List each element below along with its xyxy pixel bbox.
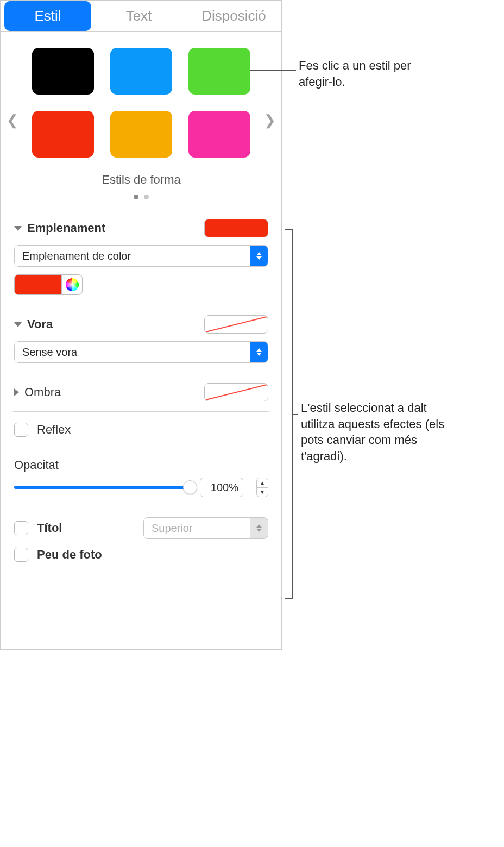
border-type-label: Sense vora (15, 346, 250, 359)
gallery-prev-arrow[interactable]: ❮ (7, 112, 18, 129)
shadow-section: Ombra (1, 373, 281, 411)
stepper-down-icon[interactable]: ▼ (257, 488, 268, 497)
opacity-stepper[interactable]: ▲ ▼ (256, 478, 268, 497)
page-dot[interactable] (134, 195, 138, 199)
style-swatch[interactable] (188, 48, 250, 95)
format-inspector-panel: Estil Text Disposició ❮ ❯ Estils de form… (0, 0, 282, 650)
fill-section: Emplenament Emplenament de color (1, 209, 281, 305)
reflection-title: Reflex (37, 423, 71, 437)
stepper-up-icon[interactable]: ▲ (257, 478, 268, 488)
annotation-layer: Fes clic a un estil per afegir-lo. L'est… (282, 0, 504, 650)
style-swatch[interactable] (188, 111, 250, 158)
caption-label: Peu de foto (37, 548, 102, 562)
fill-type-label: Emplenament de color (15, 250, 250, 262)
tab-text-label: Text (126, 8, 152, 24)
caption-checkbox[interactable] (14, 548, 28, 562)
chevron-down-icon[interactable] (14, 322, 22, 327)
title-position-popup[interactable]: Superior (143, 517, 268, 539)
tab-text[interactable]: Text (91, 1, 186, 31)
gallery-row (32, 48, 250, 95)
callout-effects: L'estil seleccionat a dalt utilitza aque… (301, 400, 464, 465)
title-caption-section: Títol Superior Peu de foto (1, 507, 281, 573)
title-position-label: Superior (144, 522, 250, 535)
popup-stepper-icon (250, 342, 268, 362)
popup-stepper-icon (250, 246, 268, 266)
fill-color-preview[interactable] (204, 219, 268, 237)
border-title: Vora (27, 317, 53, 331)
fill-type-popup[interactable]: Emplenament de color (14, 245, 268, 267)
tab-layout[interactable]: Disposició (186, 1, 281, 31)
svg-point-0 (66, 278, 79, 291)
chevron-down-icon[interactable] (14, 226, 22, 231)
reflection-checkbox[interactable] (14, 423, 28, 437)
inspector-tabs: Estil Text Disposició (1, 1, 281, 32)
page-dot[interactable] (144, 195, 149, 199)
gallery-title: Estils de forma (12, 173, 270, 187)
color-picker-icon[interactable] (62, 274, 83, 295)
title-label: Títol (37, 521, 62, 535)
callout-line (250, 70, 296, 71)
opacity-slider[interactable] (14, 479, 190, 495)
shape-styles-gallery: ❮ ❯ Estils de forma (1, 32, 281, 209)
callout-bracket (285, 229, 293, 599)
shadow-title: Ombra (24, 385, 61, 399)
opacity-section: Opacitat ▲ ▼ (1, 448, 281, 507)
gallery-page-dots (12, 192, 270, 201)
title-checkbox[interactable] (14, 521, 28, 535)
callout-style: Fes clic a un estil per afegir-lo. (299, 58, 440, 90)
opacity-title: Opacitat (14, 458, 59, 472)
reflection-section: Reflex (1, 412, 281, 448)
tab-layout-label: Disposició (201, 8, 266, 24)
style-swatch[interactable] (110, 111, 172, 158)
border-preview-none[interactable] (204, 315, 268, 334)
style-swatch[interactable] (110, 48, 172, 95)
gallery-row (32, 111, 250, 158)
fill-title: Emplenament (27, 221, 105, 235)
tab-style[interactable]: Estil (4, 1, 91, 31)
tab-style-label: Estil (34, 8, 61, 24)
callout-line (293, 414, 298, 415)
shadow-preview-none[interactable] (204, 383, 268, 401)
opacity-field[interactable] (200, 478, 243, 497)
gallery-rows (12, 48, 270, 158)
opacity-input[interactable] (200, 481, 243, 494)
border-section: Vora Sense vora (1, 305, 281, 373)
gallery-next-arrow[interactable]: ❯ (264, 112, 276, 129)
style-swatch[interactable] (32, 111, 94, 158)
border-type-popup[interactable]: Sense vora (14, 341, 268, 363)
style-swatch[interactable] (32, 48, 94, 95)
popup-stepper-icon (250, 518, 268, 538)
chevron-right-icon[interactable] (14, 388, 19, 396)
fill-color-well[interactable] (14, 274, 62, 295)
